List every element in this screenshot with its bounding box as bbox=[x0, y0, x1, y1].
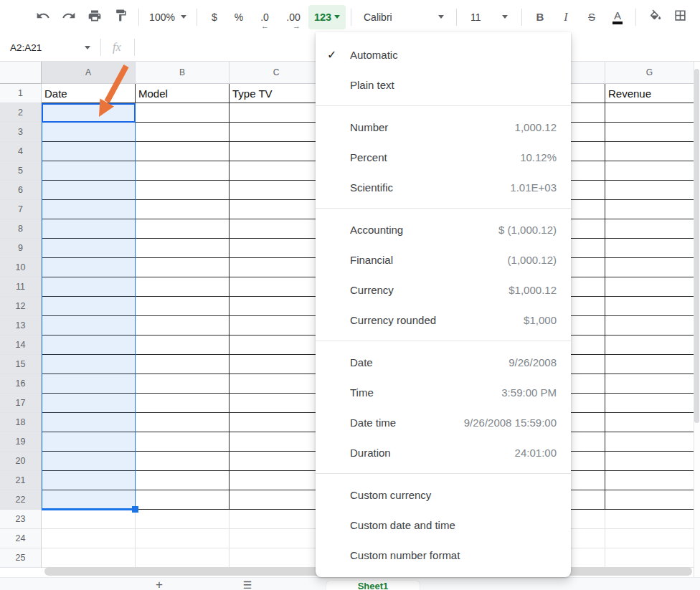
row-header-22[interactable]: 22 bbox=[0, 490, 42, 510]
increase-decimals-button[interactable]: .00 → bbox=[278, 5, 308, 29]
cell-B15[interactable] bbox=[136, 355, 230, 374]
menu-item-automatic[interactable]: ✓Automatic bbox=[316, 39, 571, 70]
cell-B19[interactable] bbox=[136, 432, 230, 452]
cell-A20[interactable] bbox=[42, 452, 136, 471]
row-header-3[interactable]: 3 bbox=[0, 123, 42, 142]
row-header-19[interactable]: 19 bbox=[0, 432, 42, 452]
font-size-control[interactable]: 11 bbox=[462, 5, 516, 29]
cell-A25[interactable] bbox=[42, 548, 136, 568]
menu-item-time[interactable]: Time3:59:00 PM bbox=[316, 377, 571, 407]
column-header-B[interactable]: B bbox=[136, 62, 230, 84]
cell-A15[interactable] bbox=[42, 355, 136, 374]
cell-A8[interactable] bbox=[42, 219, 136, 239]
cell-C20[interactable] bbox=[230, 452, 323, 471]
row-header-12[interactable]: 12 bbox=[0, 297, 42, 316]
cell-G9[interactable] bbox=[605, 239, 694, 258]
cell-B7[interactable] bbox=[136, 200, 230, 219]
row-header-24[interactable]: 24 bbox=[0, 529, 42, 548]
menu-item-currency-rounded[interactable]: Currency rounded$1,000 bbox=[316, 305, 571, 335]
menu-item-date-time[interactable]: Date time9/26/2008 15:59:00 bbox=[316, 407, 571, 437]
row-header-20[interactable]: 20 bbox=[0, 452, 42, 471]
menu-item-scientific[interactable]: Scientific1.01E+03 bbox=[316, 172, 571, 202]
font-family-control[interactable]: Calibri bbox=[356, 5, 451, 29]
vertical-scrollbar[interactable] bbox=[694, 69, 699, 423]
cell-A12[interactable] bbox=[42, 297, 136, 316]
cell-C1[interactable]: Type TV bbox=[230, 84, 323, 103]
cell-G1[interactable]: Revenue bbox=[605, 84, 694, 103]
cell-C24[interactable] bbox=[230, 529, 323, 548]
cell-B21[interactable] bbox=[136, 471, 230, 490]
row-header-25[interactable]: 25 bbox=[0, 548, 42, 568]
cell-C10[interactable] bbox=[230, 258, 323, 277]
number-format-button[interactable]: 123 bbox=[308, 5, 346, 29]
cell-G15[interactable] bbox=[605, 355, 694, 374]
cell-C22[interactable] bbox=[230, 490, 323, 510]
cell-C17[interactable] bbox=[230, 394, 323, 413]
cell-C25[interactable] bbox=[230, 548, 323, 568]
cell-B25[interactable] bbox=[136, 548, 230, 568]
cell-G23[interactable] bbox=[605, 510, 694, 529]
redo-button[interactable] bbox=[56, 5, 82, 29]
cell-A7[interactable] bbox=[42, 200, 136, 219]
cell-C19[interactable] bbox=[230, 432, 323, 452]
cell-A4[interactable] bbox=[42, 142, 136, 161]
cell-G7[interactable] bbox=[605, 200, 694, 219]
cell-G19[interactable] bbox=[605, 432, 694, 452]
fill-handle[interactable] bbox=[132, 506, 138, 513]
cell-A24[interactable] bbox=[42, 529, 136, 548]
cell-C3[interactable] bbox=[230, 123, 323, 142]
cell-A9[interactable] bbox=[42, 239, 136, 258]
strikethrough-button[interactable]: S bbox=[579, 5, 605, 29]
cell-A23[interactable] bbox=[42, 510, 136, 529]
sheet-tab-active[interactable]: Sheet1 bbox=[326, 581, 420, 590]
cell-A14[interactable] bbox=[42, 336, 136, 355]
cell-B9[interactable] bbox=[136, 239, 230, 258]
cell-A10[interactable] bbox=[42, 258, 136, 277]
cell-G22[interactable] bbox=[605, 490, 694, 510]
cell-C7[interactable] bbox=[230, 200, 323, 219]
name-box[interactable]: A2:A21 bbox=[0, 42, 100, 53]
cell-G6[interactable] bbox=[605, 181, 694, 200]
cell-A21[interactable] bbox=[42, 471, 136, 490]
cell-A13[interactable] bbox=[42, 316, 136, 336]
row-header-4[interactable]: 4 bbox=[0, 142, 42, 161]
menu-item-custom-date-and-time[interactable]: Custom date and time bbox=[316, 510, 571, 540]
borders-button[interactable] bbox=[667, 5, 693, 29]
cell-B3[interactable] bbox=[136, 123, 230, 142]
row-header-5[interactable]: 5 bbox=[0, 161, 42, 181]
cell-B22[interactable] bbox=[136, 490, 230, 510]
row-header-9[interactable]: 9 bbox=[0, 239, 42, 258]
row-header-1[interactable]: 1 bbox=[0, 84, 42, 103]
column-header-A[interactable]: A bbox=[42, 62, 136, 84]
menu-item-duration[interactable]: Duration24:01:00 bbox=[316, 437, 571, 467]
row-header-7[interactable]: 7 bbox=[0, 200, 42, 219]
menu-item-date[interactable]: Date9/26/2008 bbox=[316, 347, 571, 377]
add-sheet-button[interactable]: + bbox=[151, 579, 168, 590]
cell-B2[interactable] bbox=[136, 103, 230, 123]
cell-A11[interactable] bbox=[42, 277, 136, 297]
row-header-18[interactable]: 18 bbox=[0, 413, 42, 432]
cell-G18[interactable] bbox=[605, 413, 694, 432]
cell-B11[interactable] bbox=[136, 277, 230, 297]
cell-C8[interactable] bbox=[230, 219, 323, 239]
cell-B24[interactable] bbox=[136, 529, 230, 548]
menu-item-percent[interactable]: Percent10.12% bbox=[316, 142, 571, 172]
cell-C6[interactable] bbox=[230, 181, 323, 200]
cell-G21[interactable] bbox=[605, 471, 694, 490]
row-header-15[interactable]: 15 bbox=[0, 355, 42, 374]
cell-C14[interactable] bbox=[230, 336, 323, 355]
cell-C4[interactable] bbox=[230, 142, 323, 161]
all-sheets-button[interactable]: ☰ bbox=[239, 579, 256, 590]
cell-G10[interactable] bbox=[605, 258, 694, 277]
cell-G13[interactable] bbox=[605, 316, 694, 336]
cell-C13[interactable] bbox=[230, 316, 323, 336]
cell-B14[interactable] bbox=[136, 336, 230, 355]
column-header-G[interactable]: G bbox=[605, 62, 694, 84]
cell-C11[interactable] bbox=[230, 277, 323, 297]
cell-A6[interactable] bbox=[42, 181, 136, 200]
cell-G17[interactable] bbox=[605, 394, 694, 413]
cell-A22[interactable] bbox=[42, 490, 136, 510]
cell-G16[interactable] bbox=[605, 374, 694, 394]
cell-B1[interactable]: Model bbox=[136, 84, 230, 103]
row-header-21[interactable]: 21 bbox=[0, 471, 42, 490]
